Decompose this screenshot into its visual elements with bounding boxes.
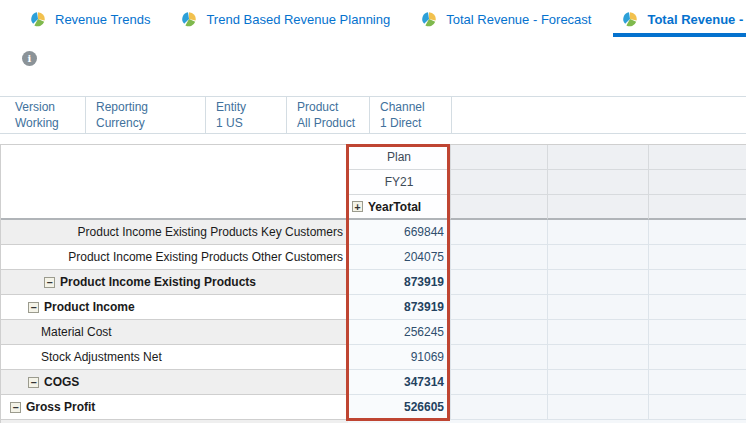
data-cell[interactable]: 256245 [348,320,451,345]
data-cell[interactable]: 526605 [348,395,451,420]
data-cell[interactable]: 669844 [348,220,451,245]
pov-filler [452,97,746,133]
expand-icon[interactable]: + [352,201,363,212]
table-row: − Gross Profit 526605 [1,395,746,420]
column-header-year[interactable]: FY21 [348,170,451,195]
column-header-empty [548,145,649,170]
data-grid: Plan FY21 + YearTotal Product Inc [0,144,746,423]
pov-reporting-currency[interactable]: Reporting Currency USD [86,97,206,133]
pov-product[interactable]: Product All Product [287,97,370,133]
pov-member: Working [15,115,79,131]
table-row: Product Income Existing Products Other C… [1,245,746,270]
collapse-icon[interactable]: − [28,377,39,388]
pov-channel[interactable]: Channel 1 Direct [370,97,452,133]
data-cell-empty[interactable] [451,370,548,395]
header-row-year: FY21 [1,170,746,195]
data-cell-empty[interactable] [548,295,649,320]
data-cell-empty[interactable] [649,320,746,345]
column-header-empty [451,145,548,170]
table-row: − Product Income Existing Products 87391… [1,270,746,295]
tab-label: Total Revenue - Forecast [446,12,591,27]
column-header-empty [649,195,746,220]
data-cell-empty[interactable] [451,345,548,370]
pov-dimension-name: Version [15,99,79,115]
tab-revenue-trends[interactable]: Revenue Trends [28,0,152,38]
data-cell[interactable]: 873919 [348,270,451,295]
data-cell-empty[interactable] [548,345,649,370]
collapse-icon[interactable]: − [10,402,21,413]
pov-dimension-name: Channel [380,99,445,115]
data-cell[interactable]: 347314 [348,370,451,395]
row-header-label: Product Income [44,300,135,314]
row-header[interactable]: Product Income Existing Products Other C… [1,245,348,270]
data-cell-empty[interactable] [451,220,548,245]
pie-chart-icon [421,11,437,27]
data-cell-empty[interactable] [649,295,746,320]
tab-label: Revenue Trends [55,12,150,27]
column-header-empty [649,170,746,195]
data-cell-empty[interactable] [451,245,548,270]
data-cell-empty[interactable] [548,320,649,345]
data-cell-empty[interactable] [548,395,649,420]
data-cell-empty[interactable] [451,270,548,295]
pov-dimension-name: Reporting Currency [96,99,199,131]
table-row: Material Cost 256245 [1,320,746,345]
data-cell[interactable]: 91069 [348,345,451,370]
header-corner [1,170,348,195]
data-cell-empty[interactable] [649,220,746,245]
header-row-scenario: Plan [1,145,746,170]
row-header[interactable]: Stock Adjustments Net [1,345,348,370]
pie-chart-icon [622,11,638,27]
column-header-period[interactable]: + YearTotal [348,195,451,220]
column-header-scenario[interactable]: Plan [348,145,451,170]
header-corner [1,145,348,170]
row-header-label: Product Income Existing Products [60,275,256,289]
column-header-empty [548,170,649,195]
collapse-icon[interactable]: − [44,277,55,288]
tab-total-revenue-forecast[interactable]: Total Revenue - Forecast [419,0,593,38]
row-header-label: COGS [44,375,79,389]
row-header[interactable]: − COGS [1,370,348,395]
tab-total-revenue-plan[interactable]: Total Revenue - Plan [620,0,746,38]
tab-label: Trend Based Revenue Planning [206,12,390,27]
pov-version[interactable]: Version Working [0,97,86,133]
pie-chart-icon [181,11,197,27]
row-header-label: Gross Profit [26,400,95,414]
table-row: Stock Adjustments Net 91069 [1,345,746,370]
row-header[interactable]: Product Income Existing Products Key Cus… [1,220,348,245]
data-cell[interactable]: 204075 [348,245,451,270]
data-cell-empty[interactable] [451,320,548,345]
data-cell-empty[interactable] [649,345,746,370]
data-cell[interactable]: 873919 [348,295,451,320]
row-header[interactable]: − Product Income Existing Products [1,270,348,295]
column-header-empty [451,170,548,195]
header-row-period: + YearTotal [1,195,746,220]
pov-member: 1 US [216,115,280,131]
pov-dimension-name: Entity [216,99,280,115]
pov-member: All Product [297,115,363,131]
row-header[interactable]: − Product Income [1,295,348,320]
pie-chart-icon [30,11,46,27]
tab-trend-based-revenue-planning[interactable]: Trend Based Revenue Planning [179,0,392,38]
data-cell-empty[interactable] [649,370,746,395]
header-corner [1,195,348,220]
pov-entity[interactable]: Entity 1 US [206,97,287,133]
column-header-empty [548,195,649,220]
data-cell-empty[interactable] [451,395,548,420]
data-cell-empty[interactable] [649,270,746,295]
data-cell-empty[interactable] [649,245,746,270]
data-cell-empty[interactable] [649,395,746,420]
row-header[interactable]: − Gross Profit [1,395,348,420]
column-header-empty [451,195,548,220]
data-cell-empty[interactable] [451,295,548,320]
data-cell-empty[interactable] [548,370,649,395]
data-cell-empty[interactable] [548,220,649,245]
pov-member: USD [96,131,199,133]
collapse-icon[interactable]: − [28,302,39,313]
data-cell-empty[interactable] [548,245,649,270]
pov-dimension-name: Product [297,99,363,115]
data-cell-empty[interactable] [548,270,649,295]
column-header-empty [649,145,746,170]
info-icon[interactable]: i [22,51,37,66]
row-header[interactable]: Material Cost [1,320,348,345]
